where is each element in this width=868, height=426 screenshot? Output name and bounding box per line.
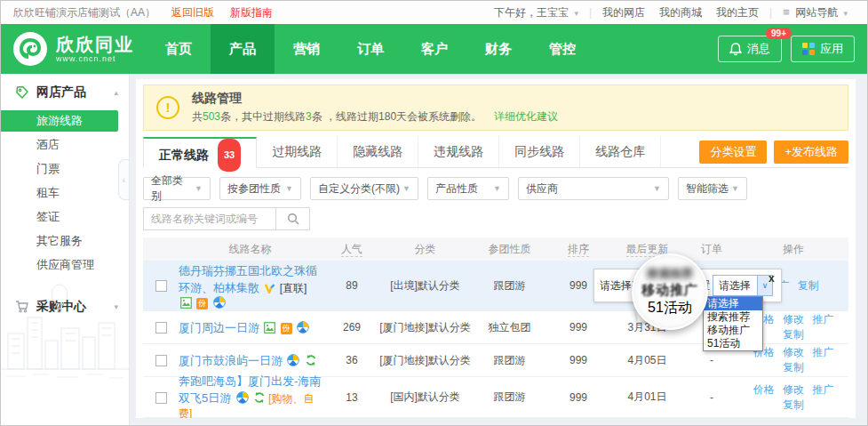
chevron-down-icon: ▾ — [574, 9, 578, 18]
copy-link[interactable]: 复制 — [783, 328, 804, 341]
sidebar-item-visa[interactable]: 签证 — [1, 206, 129, 228]
menu-item-orders[interactable]: 订单 — [338, 24, 402, 74]
back-old-version-link[interactable]: 返回旧版 — [171, 5, 214, 20]
promotion-position-select[interactable]: 请选择 ∨ — [713, 275, 773, 296]
chevron-down-icon: ▼ — [195, 184, 203, 193]
menu-item-control[interactable]: 管控 — [530, 24, 594, 74]
edit-link[interactable]: 修改 — [783, 313, 804, 326]
updated-value: 4月05日 — [609, 353, 685, 368]
menu-item-finance[interactable]: 财务 — [466, 24, 530, 74]
edit-link[interactable]: 修改 — [783, 383, 804, 396]
copy-link[interactable]: 复制 — [783, 398, 804, 411]
menu-item-marketing[interactable]: 营销 — [275, 24, 338, 74]
menu-item-products[interactable]: 产品 — [211, 24, 275, 74]
sidebar-item-tickets[interactable]: 门票 — [1, 158, 129, 180]
promote-link[interactable]: 推广 — [812, 313, 833, 326]
tab-expired-routes[interactable]: 过期线路 — [257, 136, 338, 167]
header-orders: 订单 — [685, 242, 738, 257]
popularity-value: 89 — [325, 279, 378, 292]
orders-value: - — [685, 391, 738, 404]
sidebar-item-hotel[interactable]: 酒店 — [1, 134, 129, 156]
route-management-notice: ! 线路管理 共503条，其中过期线路3条 ，线路过期180天会被系统删除。详细… — [143, 84, 848, 131]
fen-badge-icon: 份 — [196, 298, 208, 309]
publish-route-button[interactable]: +发布线路 — [774, 141, 848, 164]
search-input[interactable] — [143, 207, 276, 230]
sort-label: 最后更新 — [626, 243, 669, 257]
messages-button[interactable]: 消息 99+ — [718, 36, 782, 62]
row-checkbox[interactable] — [155, 355, 167, 366]
sidebar-item-tour-routes[interactable]: 旅游线路 — [1, 110, 118, 132]
promote-link[interactable]: 推广 — [812, 383, 833, 396]
filter-supplier[interactable]: 供应商▼ — [518, 177, 669, 200]
copy-link[interactable]: 复制 — [798, 279, 819, 292]
filter-product-nature[interactable]: 产品性质▼ — [427, 177, 509, 200]
tab-hidden-routes[interactable]: 隐藏线路 — [338, 136, 418, 167]
chevron-down-icon: ▼ — [653, 184, 661, 193]
navbar-actions: 消息 99+ 应用 — [718, 36, 855, 62]
edit-link[interactable]: 修改 — [783, 346, 804, 358]
price-link[interactable]: 价格 — [753, 383, 775, 396]
sidebar-item-car-rental[interactable]: 租车 — [1, 182, 129, 204]
route-title-link[interactable]: 厦门周边一日游 — [179, 321, 259, 334]
optimization-advice-link[interactable]: 详细优化建议 — [494, 110, 558, 123]
category-settings-button[interactable]: 分类设置 — [699, 141, 767, 164]
pie-badge-icon — [287, 354, 299, 366]
notice-body: 线路管理 共503条，其中过期线路3条 ，线路过期180天会被系统删除。详细优化… — [192, 91, 558, 125]
route-tabs: 正常线路 33 过期线路 隐藏线路 违规线路 同步线路 线路仓库 分类设置 +发… — [143, 136, 848, 168]
sidebar-section-purchase[interactable]: 采购中心 ▾ — [1, 288, 129, 322]
header-popularity[interactable]: 人气 — [325, 242, 378, 257]
popup-close-button[interactable]: x — [768, 272, 775, 285]
popularity-value: 13 — [325, 391, 378, 404]
option-51-activity[interactable]: 51活动 — [704, 337, 762, 350]
sidebar-section-products[interactable]: 网店产品 ▴ — [1, 74, 129, 108]
copy-link[interactable]: 复制 — [783, 361, 804, 374]
option-please-select[interactable]: 请选择 — [704, 297, 762, 310]
shop-name: 欣欣旺铺演示店铺测试（AA） — [13, 5, 155, 20]
tab-route-warehouse[interactable]: 线路仓库 — [580, 136, 661, 167]
filter-all-categories[interactable]: 全部类别▼ — [143, 177, 211, 200]
sidebar-item-other-services[interactable]: 其它服务 — [1, 230, 129, 252]
header-last-updated[interactable]: 最后更新 — [609, 242, 685, 257]
popularity-value: 36 — [325, 354, 378, 366]
messages-count-badge: 99+ — [766, 28, 792, 39]
option-mobile-promotion[interactable]: 移动推广 — [704, 324, 762, 337]
group-type-value: 独立包团 — [472, 320, 547, 335]
greeting-text: 下午好，王宝宝 — [494, 6, 569, 19]
promote-link[interactable]: 推广 — [812, 346, 833, 358]
menu-item-customers[interactable]: 客户 — [402, 24, 466, 74]
apps-button[interactable]: 应用 — [791, 36, 855, 62]
new-version-guide-link[interactable]: 新版指南 — [230, 5, 273, 20]
option-search-recommend[interactable]: 搜索推荐 — [704, 310, 762, 324]
row-checkbox[interactable] — [155, 392, 167, 404]
sidebar-collapse-handle[interactable]: ‹ — [118, 159, 129, 200]
greeting-menu[interactable]: 下午好，王宝宝 ▾ — [494, 5, 578, 20]
sidebar-item-supplier-management[interactable]: 供应商管理 — [1, 254, 129, 276]
site-nav-menu[interactable]: ≡ 网站导航 ▾ — [783, 5, 848, 20]
tab-sync-routes[interactable]: 同步线路 — [499, 136, 580, 167]
filter-smart[interactable]: 智能筛选▼ — [678, 177, 747, 200]
tab-normal-routes[interactable]: 正常线路 33 — [143, 137, 257, 168]
brand-logo[interactable]: 欣欣同业 www.cncn.net — [1, 30, 147, 68]
table-header: 线路名称 人气 分类 参团性质 排序 最后更新 订单 操作 — [143, 237, 848, 261]
hamburger-icon: ≡ — [783, 5, 790, 19]
v-badge-icon — [264, 284, 275, 293]
route-total-count: 503 — [203, 110, 220, 123]
my-shop-link[interactable]: 我的网店 — [602, 5, 645, 20]
row-checkbox[interactable] — [155, 322, 167, 334]
sidebar-section-label: 网店产品 — [36, 84, 86, 100]
popup-label-post: 置 — [699, 278, 710, 293]
my-home-link[interactable]: 我的主页 — [716, 5, 759, 20]
my-mall-link[interactable]: 我的商城 — [659, 5, 702, 20]
tab-violation-routes[interactable]: 违规线路 — [418, 136, 499, 167]
popup-label-pre: 请选择要 — [600, 278, 642, 293]
menu-item-home[interactable]: 首页 — [147, 24, 211, 74]
sort-value: 999 — [547, 391, 609, 404]
apps-grid-icon — [802, 43, 815, 55]
filter-custom-category[interactable]: 自定义分类(不限)▼ — [310, 177, 418, 200]
search-button[interactable] — [276, 207, 310, 230]
row-checkbox[interactable] — [155, 280, 167, 292]
notice-title: 线路管理 — [192, 91, 558, 107]
route-title-link[interactable]: 厦门市鼓浪屿一日游 — [179, 354, 283, 367]
header-sort[interactable]: 排序 — [547, 242, 609, 257]
filter-group-type[interactable]: 按参团性质▼ — [219, 177, 301, 200]
